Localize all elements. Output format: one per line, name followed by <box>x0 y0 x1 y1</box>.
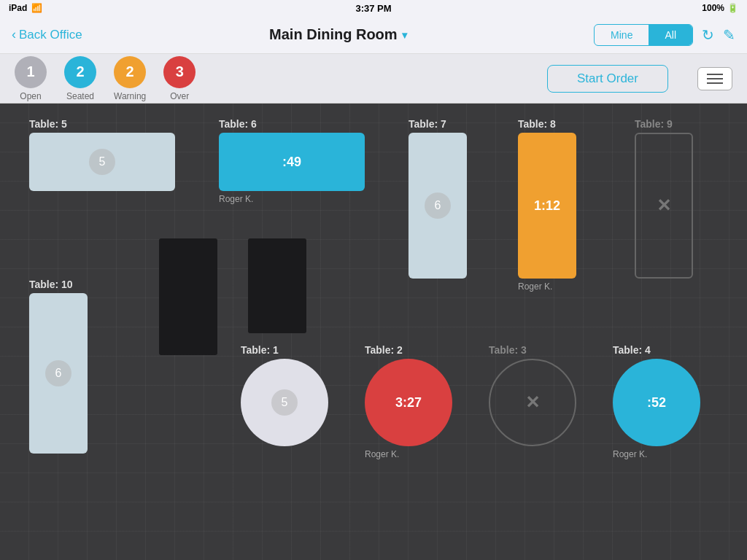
table-count-t5: 5 <box>89 149 115 175</box>
room-name-label: Main Dining Room <box>269 26 398 43</box>
table-shape-t6: :49 <box>219 133 365 191</box>
table-time-t6: :49 <box>282 155 301 170</box>
table-label-t7: Table: 7 <box>409 118 446 130</box>
table-count-t10: 6 <box>45 360 71 386</box>
table-shape-t7: 6 <box>409 133 467 279</box>
legend-over: 3 Over <box>163 56 196 101</box>
over-label: Over <box>170 91 189 101</box>
nav-bar: ‹ Back Office Main Dining Room ▾ Mine Al… <box>0 16 747 54</box>
table-shape-t3: ✕ <box>489 359 576 446</box>
table-t1[interactable]: Table: 15 <box>241 344 328 446</box>
table-t8[interactable]: Table: 81:12Roger K. <box>518 118 576 292</box>
status-time: 3:37 PM <box>355 3 391 14</box>
over-circle: 3 <box>163 56 196 88</box>
menu-lines-icon <box>707 74 723 84</box>
table-time-t4: :52 <box>647 395 666 411</box>
wifi-icon: 📶 <box>31 3 42 13</box>
table-time-t9: ✕ <box>657 195 671 216</box>
all-toggle-button[interactable]: All <box>649 25 692 45</box>
table-time-t8: 1:12 <box>534 198 560 214</box>
table-label-t6: Table: 6 <box>219 118 257 130</box>
table-shape-t8: 1:12 <box>518 133 576 279</box>
room-chevron-icon: ▾ <box>402 29 407 41</box>
room-selector[interactable]: Main Dining Room ▾ <box>269 26 407 43</box>
edit-button[interactable]: ✎ <box>723 26 735 44</box>
back-office-label: Back Office <box>19 28 82 42</box>
table-label-t10: Table: 10 <box>29 279 73 290</box>
table-label-t8: Table: 8 <box>518 118 556 130</box>
back-office-button[interactable]: ‹ Back Office <box>12 27 82 42</box>
seated-circle: 2 <box>64 56 96 88</box>
legend-bar: 1 Open 2 Seated 2 Warning 3 Over Start O… <box>0 54 747 104</box>
table-t4[interactable]: Table: 4:52Roger K. <box>613 344 700 459</box>
mine-toggle-button[interactable]: Mine <box>595 25 649 45</box>
status-bar: iPad 📶 3:37 PM 100% 🔋 <box>0 0 747 16</box>
nav-right-controls: Mine All ↻ ✎ <box>594 24 735 46</box>
table-count-t7: 6 <box>425 192 451 219</box>
battery-icon: 🔋 <box>727 3 738 13</box>
table-count-t1: 5 <box>271 389 298 416</box>
open-circle: 1 <box>15 56 47 88</box>
start-order-button[interactable]: Start Order <box>547 65 668 93</box>
table-time-t3: ✕ <box>525 392 540 413</box>
table-label-t9: Table: 9 <box>635 118 673 130</box>
legend-warning: 2 Warning <box>114 56 146 101</box>
table-t3[interactable]: Table: 3✕ <box>489 344 576 446</box>
menu-button[interactable] <box>697 67 732 90</box>
open-label: Open <box>20 91 41 101</box>
back-chevron-icon: ‹ <box>12 27 16 42</box>
table-t9[interactable]: Table: 9✕ <box>635 118 693 279</box>
refresh-button[interactable]: ↻ <box>702 26 714 44</box>
battery-label: 100% <box>702 3 724 13</box>
table-label-t5: Table: 5 <box>29 118 67 130</box>
floor-plan: Table: 55Table: 6:49Roger K.Table: 76Tab… <box>0 104 747 560</box>
seated-label: Seated <box>66 91 94 101</box>
table-t2[interactable]: Table: 23:27Roger K. <box>365 344 452 459</box>
table-server-t4: Roger K. <box>613 449 647 459</box>
table-t6[interactable]: Table: 6:49Roger K. <box>219 118 365 204</box>
table-shape-t4: :52 <box>613 359 700 446</box>
warning-circle: 2 <box>114 56 146 88</box>
table-t7[interactable]: Table: 76 <box>409 118 467 279</box>
table-t5[interactable]: Table: 55 <box>29 118 175 191</box>
table-server-t8: Roger K. <box>518 281 552 292</box>
legend-seated: 2 Seated <box>64 56 96 101</box>
table-label-t4: Table: 4 <box>613 344 651 356</box>
table-label-t2: Table: 2 <box>365 344 403 356</box>
table-shape-t5: 5 <box>29 133 175 191</box>
warning-label: Warning <box>114 91 146 101</box>
device-label: iPad <box>9 3 27 13</box>
table-t10[interactable]: Table: 106 <box>29 279 88 454</box>
table-server-t2: Roger K. <box>365 449 399 459</box>
table-label-t1: Table: 1 <box>241 344 279 356</box>
mine-all-toggle: Mine All <box>594 24 693 46</box>
table-time-t2: 3:27 <box>395 395 422 411</box>
table-server-t6: Roger K. <box>219 194 253 204</box>
table-shape-t9: ✕ <box>635 133 693 279</box>
table-label-t3: Table: 3 <box>489 344 527 356</box>
table-shape-t1: 5 <box>241 359 328 446</box>
table-shape-t2: 3:27 <box>365 359 452 446</box>
table-shape-t10: 6 <box>29 293 88 454</box>
legend-open: 1 Open <box>15 56 47 101</box>
